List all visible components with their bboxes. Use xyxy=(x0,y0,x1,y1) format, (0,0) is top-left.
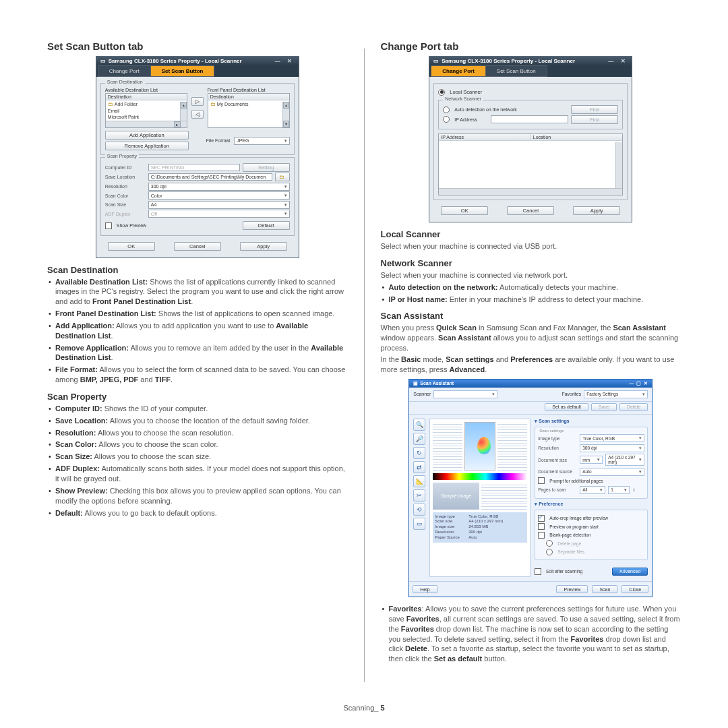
tab-set-scan-button[interactable]: Set Scan Button xyxy=(485,65,547,77)
col-location: Location xyxy=(531,134,623,141)
scan-size-select[interactable]: A4 xyxy=(148,201,290,209)
resolution-label: Resolution xyxy=(538,446,577,450)
move-left-button[interactable]: ◁ xyxy=(191,110,204,119)
crop-icon[interactable]: ✂ xyxy=(413,489,425,502)
favorites-select[interactable]: Factory Settings xyxy=(584,390,648,398)
show-preview-checkbox[interactable] xyxy=(105,222,112,229)
network-scanner-table[interactable]: IP Address Location xyxy=(438,133,623,195)
doc-size-select[interactable]: A4 (210 x 297 mm) xyxy=(605,454,644,466)
titlebar: ▭ Samsung CLX-3180 Series Property - Loc… xyxy=(96,57,299,65)
resolution-select[interactable]: 300 dpi xyxy=(148,183,290,191)
fit-icon[interactable]: ▭ xyxy=(413,518,425,530)
list-item: Resolution: Allows you to choose the sca… xyxy=(47,428,348,438)
scrollbar[interactable]: ▴▾ xyxy=(282,102,289,127)
horiz-scrollbar[interactable]: ▸ xyxy=(106,121,187,127)
zoom-in-icon[interactable]: 🔍 xyxy=(413,419,425,431)
minimize-icon[interactable]: — xyxy=(606,58,615,64)
advanced-button[interactable]: Advanced xyxy=(612,568,648,576)
default-button[interactable]: Default xyxy=(243,221,290,230)
apply-button[interactable]: Apply xyxy=(240,242,287,251)
heading-set-scan-button: Set Scan Button tab xyxy=(47,40,348,52)
cancel-button[interactable]: Cancel xyxy=(174,242,221,251)
close-button[interactable]: Close xyxy=(621,585,648,593)
rotate-icon[interactable]: ↻ xyxy=(413,447,425,459)
close-icon[interactable]: ✕ xyxy=(285,58,295,64)
list-item: Scan Color: Allows you to choose the sca… xyxy=(47,439,348,450)
close-icon[interactable]: ✕ xyxy=(644,381,648,386)
preference-toggle[interactable]: ▾ Preference xyxy=(535,502,648,507)
list-item[interactable]: Microsoft Paint xyxy=(106,114,187,120)
tab-change-port[interactable]: Change Port xyxy=(431,65,486,77)
list-item: Show Preview: Checking this box allows y… xyxy=(47,486,348,506)
ip-address-radio[interactable] xyxy=(443,116,450,123)
minimize-icon[interactable]: — xyxy=(629,381,634,386)
list-item: Save Location: Allows you to choose the … xyxy=(47,416,348,426)
stepper-icon[interactable]: ⇕ xyxy=(632,487,636,492)
browse-folder-button[interactable] xyxy=(275,173,290,181)
computer-id-field[interactable]: SEC PRINTING xyxy=(148,164,240,171)
move-right-button[interactable]: ▷ xyxy=(191,97,204,106)
save-location-label: Save Location xyxy=(105,175,146,179)
save-button[interactable]: Save xyxy=(591,403,617,411)
tab-set-scan-button[interactable]: Set Scan Button xyxy=(150,65,215,77)
close-icon[interactable]: ✕ xyxy=(618,58,628,64)
pages-count-stepper[interactable]: 1 xyxy=(608,486,630,494)
delete-button[interactable]: Delete xyxy=(619,403,648,411)
save-location-field[interactable]: C:\Documents and Settings\SEC Printing\M… xyxy=(148,173,272,181)
scan-settings-toggle[interactable]: ▾ Scan settings xyxy=(535,419,648,424)
add-application-button[interactable]: Add Application xyxy=(105,131,189,140)
list-item[interactable]: My Documents xyxy=(217,102,249,107)
tab-change-port[interactable]: Change Port xyxy=(98,65,151,77)
set-as-default-button[interactable]: Set as default xyxy=(545,403,588,411)
blank-page-checkbox[interactable] xyxy=(538,532,545,539)
ok-button[interactable]: OK xyxy=(108,242,155,251)
heading-change-port: Change Port tab xyxy=(381,40,681,52)
preview-start-checkbox[interactable] xyxy=(538,523,545,530)
autocrop-checkbox[interactable] xyxy=(538,515,545,522)
reset-icon[interactable]: ⟲ xyxy=(413,504,425,516)
ruler-icon[interactable]: 📐 xyxy=(413,475,425,487)
document-source-select[interactable]: Auto xyxy=(580,468,644,476)
prompt-checkbox[interactable] xyxy=(538,477,545,484)
pages-mode-select[interactable]: All xyxy=(580,486,605,494)
find-button[interactable]: Find xyxy=(571,105,618,114)
available-dest-listbox[interactable]: Destination Add Folder Email Microsoft P… xyxy=(105,93,187,128)
doc-size-unit-select[interactable]: mm xyxy=(580,456,603,464)
printer-icon: ▭ xyxy=(433,58,439,64)
separate-files-label: Separate files xyxy=(557,549,584,554)
image-type-select[interactable]: True Color, RGB xyxy=(580,434,644,442)
local-scanner-radio[interactable] xyxy=(438,89,445,96)
ip-address-field[interactable] xyxy=(491,115,568,123)
apply-button[interactable]: Apply xyxy=(573,206,620,215)
subheading-scan-assistant: Scan Assistant xyxy=(381,311,681,321)
cancel-button[interactable]: Cancel xyxy=(507,206,554,215)
list-item: Front Panel Destination List: Shows the … xyxy=(47,309,348,319)
group-scan-settings: Scan settings Image typeTrue Color, RGB … xyxy=(535,427,648,499)
list-item[interactable]: Email xyxy=(106,108,187,114)
mirror-icon[interactable]: ⇄ xyxy=(413,461,425,473)
auto-detect-radio[interactable] xyxy=(443,107,450,113)
find-button-2[interactable]: Find xyxy=(571,115,618,124)
help-button[interactable]: Help xyxy=(413,585,437,593)
scan-color-select[interactable]: Color xyxy=(148,191,290,200)
scrollbar[interactable]: ▴ xyxy=(180,102,187,121)
scrollbar[interactable] xyxy=(615,142,622,189)
edit-after-checkbox[interactable] xyxy=(535,568,541,575)
folder-icon xyxy=(108,102,115,107)
maximize-icon[interactable]: ▢ xyxy=(636,381,641,386)
body-text: Select when your machine is connected vi… xyxy=(381,270,681,280)
file-format-select[interactable]: JPEG xyxy=(234,137,290,145)
list-item: Scan Size: Allows you to choose the scan… xyxy=(47,452,348,462)
horiz-scrollbar[interactable] xyxy=(439,188,622,195)
scanner-select[interactable] xyxy=(433,390,497,398)
setting-button[interactable]: Setting xyxy=(243,163,290,172)
preview-button[interactable]: Preview xyxy=(556,585,588,593)
front-panel-listbox[interactable]: Destination My Documents ▴▾ xyxy=(208,93,290,128)
scan-button[interactable]: Scan xyxy=(592,585,617,593)
ok-button[interactable]: OK xyxy=(441,206,488,215)
resolution-select[interactable]: 300 dpi xyxy=(580,444,644,452)
list-item[interactable]: Add Folder xyxy=(115,102,138,107)
zoom-out-icon[interactable]: 🔎 xyxy=(413,433,425,445)
remove-application-button[interactable]: Remove Application xyxy=(105,142,189,150)
minimize-icon[interactable]: — xyxy=(273,58,282,64)
